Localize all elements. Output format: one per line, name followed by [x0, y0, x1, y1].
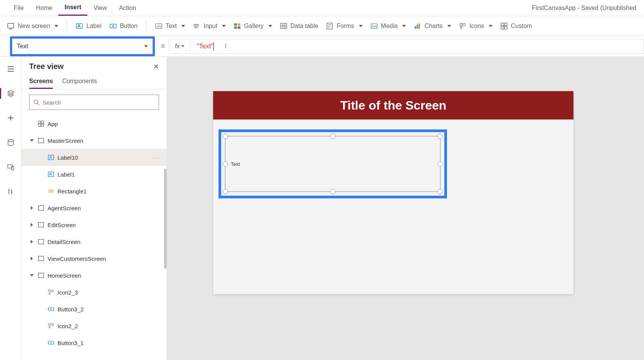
- tree-item-rectangle1[interactable]: Rectangle1: [21, 183, 167, 200]
- resize-handle[interactable]: [223, 161, 228, 167]
- tree-item-label: Icon2_3: [58, 289, 78, 296]
- resize-handle[interactable]: [330, 189, 335, 194]
- svg-rect-32: [504, 26, 507, 29]
- chevron-right-icon[interactable]: [29, 257, 34, 260]
- menu-home[interactable]: Home: [30, 0, 59, 16]
- formula-value: "Text": [197, 43, 213, 50]
- hamburger-button[interactable]: [3, 61, 18, 77]
- gallery-menu[interactable]: Gallery: [233, 22, 272, 30]
- formula-bar: Text = fx "Text" I: [0, 36, 644, 57]
- resize-handle[interactable]: [223, 189, 228, 194]
- menu-action[interactable]: Action: [113, 0, 142, 16]
- resize-handle[interactable]: [437, 189, 443, 194]
- more-button[interactable]: ···: [153, 154, 160, 161]
- insert-button[interactable]: [3, 110, 18, 126]
- database-icon: [7, 139, 15, 146]
- tree-item-button3_1[interactable]: Button3_1: [21, 334, 167, 351]
- svg-point-58: [51, 342, 52, 344]
- text-label: Text: [166, 23, 177, 29]
- chevron-down-icon: [181, 45, 184, 47]
- tab-screens[interactable]: Screens: [29, 75, 53, 89]
- button-icon: [109, 22, 117, 30]
- left-rail: [0, 57, 21, 360]
- icons-menu[interactable]: Icons: [459, 22, 493, 30]
- svg-rect-45: [49, 190, 53, 193]
- screen-icon: [38, 238, 44, 245]
- tree-item-button3_2[interactable]: Button3_2: [21, 301, 167, 317]
- chevron-down-icon[interactable]: [29, 274, 34, 277]
- svg-rect-10: [238, 23, 240, 26]
- chevron-down-icon[interactable]: [29, 139, 34, 142]
- tree-item-app[interactable]: App: [21, 115, 167, 132]
- tree-item-editscreen[interactable]: EditScreen: [21, 216, 167, 233]
- svg-point-7: [194, 24, 194, 25]
- resize-handle[interactable]: [223, 134, 228, 139]
- tools-icon: [7, 188, 15, 195]
- svg-rect-24: [415, 26, 416, 29]
- svg-point-4: [112, 25, 114, 27]
- tree-item-label1[interactable]: Label1: [21, 166, 167, 183]
- label-text: Text: [231, 161, 240, 167]
- forms-menu[interactable]: Forms: [326, 22, 362, 30]
- chevron-right-icon[interactable]: [29, 240, 34, 244]
- tree-item-viewcustomersscreen[interactable]: ViewCustomersScreen: [21, 250, 167, 267]
- scrollbar-thumb[interactable]: [164, 169, 167, 268]
- close-panel-button[interactable]: ✕: [153, 62, 159, 71]
- resize-handle[interactable]: [437, 161, 443, 167]
- tree-item-label: Label10: [58, 154, 78, 161]
- design-canvas[interactable]: Title of the Screen Text: [167, 57, 644, 360]
- data-table-icon: [280, 22, 288, 30]
- svg-rect-38: [38, 121, 41, 123]
- tree-item-masterscreen[interactable]: MasterScreen: [21, 132, 167, 149]
- tree-item-agentscreen[interactable]: AgentScreen: [21, 200, 167, 216]
- tree-item-detailscreen[interactable]: DetailScreen: [21, 233, 167, 250]
- selected-label-control[interactable]: Text: [225, 136, 440, 192]
- menu-file[interactable]: File: [8, 0, 30, 16]
- devices-icon: [7, 163, 15, 171]
- data-table-button[interactable]: Data table: [280, 22, 319, 30]
- media-menu[interactable]: Media: [370, 22, 406, 30]
- text-menu[interactable]: Abc Text: [155, 22, 185, 30]
- property-selector[interactable]: Text: [12, 38, 153, 54]
- svg-rect-42: [38, 138, 44, 143]
- svg-rect-22: [371, 24, 377, 28]
- tab-components[interactable]: Components: [62, 75, 97, 89]
- search-input[interactable]: [43, 99, 155, 106]
- chevron-right-icon[interactable]: [29, 206, 34, 210]
- button-button[interactable]: Button: [109, 22, 138, 30]
- tree-search[interactable]: [29, 95, 159, 110]
- svg-rect-56: [51, 324, 53, 326]
- input-icon: [193, 22, 200, 30]
- menu-view[interactable]: View: [87, 0, 113, 16]
- label-button[interactable]: Label: [76, 22, 101, 30]
- search-icon: [33, 99, 39, 105]
- menu-insert[interactable]: Insert: [58, 0, 87, 16]
- tree-item-icon2_3[interactable]: Icon2_3: [21, 284, 167, 301]
- media-button[interactable]: [3, 159, 18, 175]
- formula-input[interactable]: "Text" I: [190, 39, 644, 54]
- forms-label: Forms: [337, 23, 354, 29]
- tree-item-icon2_2[interactable]: Icon2_2: [21, 317, 167, 334]
- property-selector-value: Text: [17, 43, 28, 50]
- resize-handle[interactable]: [437, 134, 443, 139]
- rect-icon: [48, 188, 54, 195]
- property-selector-highlight: Text: [10, 36, 155, 56]
- resize-handle[interactable]: [330, 134, 335, 139]
- selection-highlight: Text: [219, 129, 447, 198]
- tree-list[interactable]: AppMasterScreenLabel10···Label1Rectangle…: [21, 115, 167, 360]
- tree-item-label: MasterScreen: [48, 137, 83, 144]
- charts-menu[interactable]: Charts: [414, 22, 451, 30]
- tree-item-homescreen[interactable]: HomeScreen: [21, 267, 167, 284]
- new-screen-button[interactable]: New screen: [7, 22, 58, 30]
- input-menu[interactable]: Input: [193, 22, 226, 30]
- svg-rect-39: [41, 121, 44, 123]
- data-table-label: Data table: [291, 23, 319, 29]
- tree-item-label10[interactable]: Label10···: [21, 149, 167, 166]
- menubar: File Home Insert View Action FirstCanvas…: [0, 0, 644, 16]
- tree-view-button[interactable]: [3, 86, 18, 101]
- fx-button[interactable]: fx: [169, 39, 190, 54]
- advanced-button[interactable]: [3, 184, 18, 199]
- custom-menu[interactable]: Custom: [500, 22, 532, 30]
- data-button[interactable]: [3, 135, 18, 150]
- chevron-right-icon[interactable]: [29, 223, 34, 227]
